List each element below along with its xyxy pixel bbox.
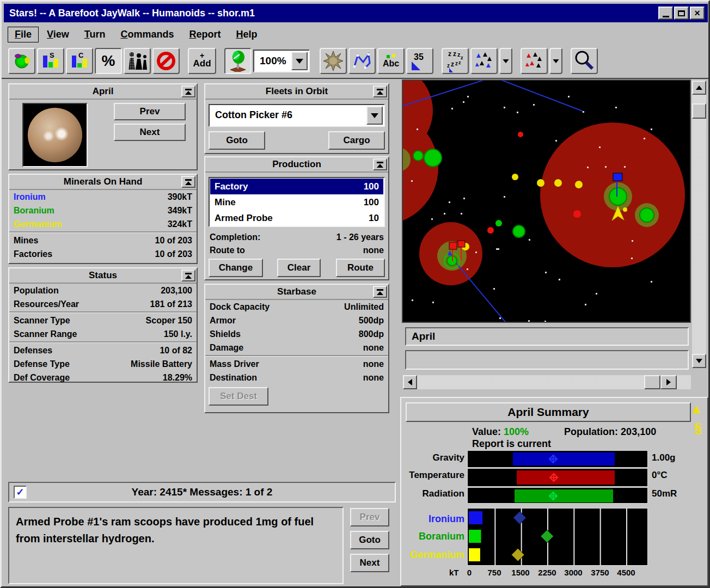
starbase-row: Mass Drivernone [205,357,388,371]
next-planet-button[interactable]: Next [114,124,186,141]
map-vertical-scrollbar[interactable] [692,81,706,368]
enemy-fleet-filter-icon [523,50,545,72]
production-clear-button[interactable]: Clear [277,259,321,277]
close-button[interactable]: ✕ [690,7,705,20]
ironium-label: Ironium [401,513,464,525]
fleet-select[interactable]: Cotton Picker #6 [209,104,385,127]
menu-turn[interactable]: Turn [78,27,112,42]
scroll-right-button[interactable] [660,375,677,389]
surface-minerals-button[interactable]: S [37,48,64,74]
status-panel-header: Status [9,268,197,284]
production-queue-item[interactable]: Factory100 [210,179,383,194]
menu-file[interactable]: File [8,27,38,42]
message-prev-button[interactable]: Prev [350,508,389,526]
menu-commands[interactable]: Commands [114,27,180,42]
fleet-paths-button[interactable] [348,48,376,74]
add-waypoint-label: Add [193,58,211,69]
rollup-button[interactable] [373,158,387,170]
friendly-fleet-filter-dropdown[interactable] [499,48,512,74]
planet-names-icon [228,50,248,72]
mineral-label: Germanium [14,218,62,230]
svg-text:z: z [448,50,451,58]
starbase-row: Destinationnone [205,371,388,384]
map-horizontal-scrollbar[interactable] [403,375,691,389]
zoom-tool-button[interactable] [571,48,598,74]
summary-collapse-arrow-icon[interactable]: ▲ [690,402,703,415]
idle-fleets-button[interactable]: z z z z z z z z [442,48,469,74]
ship-design-labels-button[interactable]: Abc [377,48,405,74]
mineral-concentration-button[interactable]: C [66,48,93,74]
planet-value-button[interactable]: % [95,48,122,74]
fleet-goto-button[interactable]: Goto [209,131,265,150]
population-view-button[interactable] [124,48,151,74]
rollup-button[interactable] [373,286,387,298]
mineral-row: Ironium390kT [9,190,197,204]
fleet-cargo-button[interactable]: Cargo [328,131,385,150]
secondary-field[interactable] [405,350,689,370]
message-goto-button[interactable]: Goto [350,531,389,549]
status-row: Def Coverage18.29% [9,371,197,384]
starbase-row: Shields800dp [205,327,388,341]
value-percent: 100% [504,426,529,437]
menu-report[interactable]: Report [182,27,227,42]
up-arrow-icon [696,85,702,90]
horizontal-scroll-thumb[interactable] [644,375,660,389]
enemy-fleet-filter-dropdown[interactable] [549,48,562,74]
rollup-button[interactable] [373,85,387,97]
scroll-down-button[interactable] [692,354,706,368]
window-controls: ✕ [657,7,705,20]
idle-fleets-icon: z z z z z z z z [444,50,467,72]
zoom-level-select[interactable]: 100% [253,50,310,72]
add-waypoint-button[interactable]: + Add [188,48,216,74]
selected-object-field[interactable]: April [405,327,689,346]
rollup-button[interactable] [181,270,195,281]
population-value: 203,100 [621,426,656,437]
maximize-button[interactable] [674,7,689,20]
minimize-button[interactable] [658,7,673,20]
minefields-button[interactable] [320,48,347,74]
mineral-concentration-graph-icon: C [70,51,89,71]
ship-count-label: 35 [414,52,424,62]
mineral-value: 324kT [168,218,192,230]
menu-help[interactable]: Help [229,27,264,42]
starmap[interactable] [403,81,690,322]
no-info-view-button[interactable] [152,48,180,74]
route-row: Route tonone [205,243,388,257]
production-route-button[interactable]: Route [336,259,385,277]
window-title: Stars! -- A Barefoot JayWalk -- Humanoid… [9,8,255,19]
production-queue-item[interactable]: Mine100 [210,194,383,210]
planet-names-button[interactable] [224,48,252,74]
svg-text:z: z [455,60,458,66]
prev-planet-button[interactable]: Prev [114,103,186,120]
status-panel: Status Population203,100 Resources/Year1… [8,267,198,383]
friendly-fleet-filter-button[interactable] [470,48,498,74]
completion-row: Completion:1 - 26 years [205,230,388,244]
left-arrow-icon [408,379,412,385]
vertical-scroll-thumb[interactable] [692,103,706,119]
messages-header: Year: 2415* Messages: 1 of 2 [9,483,395,501]
fleet-select-dropdown-button[interactable] [366,106,383,125]
production-change-button[interactable]: Change [209,259,263,277]
ship-count-button[interactable]: 35 [406,48,433,74]
menu-view[interactable]: View [40,27,76,42]
message-filter-checkbox[interactable]: ✓ [14,486,27,499]
status-row: Resources/Year181 of 213 [9,297,197,311]
rollup-button[interactable] [181,85,195,97]
selected-object-name: April [412,330,435,342]
set-dest-button[interactable]: Set Dest [209,387,268,406]
axis-tick: 3000 [561,568,585,577]
scroll-up-button[interactable] [692,81,706,95]
message-next-button[interactable]: Next [350,554,389,572]
chevron-down-icon [371,113,378,118]
scroll-left-button[interactable] [403,375,417,389]
production-queue-item[interactable]: Armed Probe10 [210,210,383,226]
value-line: Value: 100% Population: 203,100 [472,426,656,438]
population-label: Population: [564,426,618,437]
toolbar: S C % + [4,45,708,77]
zoom-level-dropdown-button[interactable] [291,52,308,70]
mineral-value: 390kT [168,191,192,203]
planet-view-button[interactable] [8,48,35,74]
radiation-value: 50mR [652,488,677,499]
enemy-fleet-filter-button[interactable] [521,48,548,74]
rollup-button[interactable] [181,176,195,188]
